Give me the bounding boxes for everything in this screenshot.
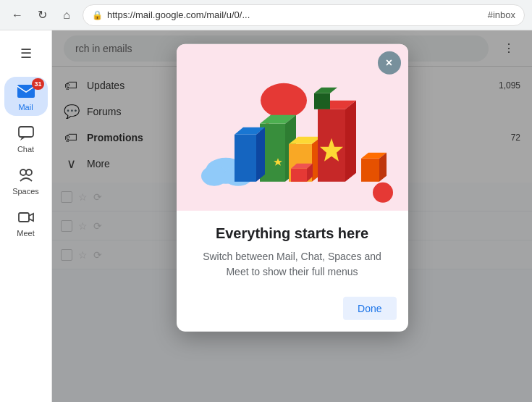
mail-icon-container: 31	[11, 81, 41, 101]
nav-icons: ← ↻ ⌂	[7, 5, 77, 25]
sidebar-item-meet[interactable]: Meet	[4, 203, 48, 242]
svg-rect-4	[19, 213, 29, 222]
chat-icon	[11, 123, 41, 143]
app-container: ☰ 31 Mail Chat	[0, 30, 532, 402]
sidebar-item-mail[interactable]: 31 Mail	[4, 77, 48, 116]
done-button[interactable]: Done	[343, 296, 396, 319]
svg-point-3	[26, 169, 32, 175]
meet-svg-icon	[17, 209, 35, 226]
sidebar-item-meet-label: Meet	[17, 229, 34, 238]
svg-rect-30	[314, 93, 330, 109]
modal-illustration	[177, 51, 408, 210]
svg-rect-0	[17, 85, 35, 98]
sidebar-item-mail-label: Mail	[18, 103, 33, 112]
svg-point-2	[20, 169, 26, 175]
spaces-svg-icon	[17, 167, 35, 184]
back-button[interactable]: ←	[7, 5, 28, 25]
svg-rect-24	[291, 168, 307, 181]
svg-marker-22	[345, 100, 356, 181]
svg-rect-14	[235, 134, 256, 181]
svg-rect-27	[361, 158, 379, 181]
mail-badge: 31	[32, 78, 43, 90]
modal-close-button[interactable]: ×	[378, 51, 401, 74]
home-button[interactable]: ⌂	[56, 5, 77, 25]
hamburger-icon: ☰	[20, 46, 32, 62]
modal-image-area: ×	[177, 43, 408, 210]
hamburger-menu[interactable]: ☰	[12, 39, 41, 68]
spaces-icon	[11, 165, 41, 185]
mail-icon	[17, 85, 35, 98]
main-content: rch in emails ⋮ 🏷 Updates 1,095 💬 Forums	[52, 30, 532, 402]
sidebar: ☰ 31 Mail Chat	[0, 30, 52, 402]
meet-icon	[11, 207, 41, 227]
url-text: https://mail.google.com/mail/u/0/...	[107, 9, 484, 20]
svg-point-9	[261, 83, 307, 117]
sidebar-item-spaces-label: Spaces	[12, 187, 39, 196]
sidebar-item-chat-label: Chat	[17, 145, 34, 154]
svg-point-32	[373, 182, 393, 202]
sidebar-item-spaces[interactable]: Spaces	[4, 161, 48, 200]
hash-text: #inbox	[488, 9, 515, 20]
refresh-button[interactable]: ↻	[32, 5, 52, 25]
address-bar[interactable]: 🔒 https://mail.google.com/mail/u/0/... #…	[83, 4, 525, 26]
svg-marker-16	[256, 127, 265, 181]
svg-rect-1	[19, 127, 33, 137]
sidebar-item-chat[interactable]: Chat	[4, 119, 48, 158]
modal-body: Everything starts here Switch between Ma…	[177, 210, 408, 290]
modal-title: Everything starts here	[194, 225, 391, 241]
modal-dialog: ×	[177, 43, 408, 331]
svg-point-7	[201, 165, 227, 185]
lock-icon: 🔒	[92, 10, 103, 20]
chat-svg-icon	[17, 125, 35, 142]
browser-chrome: ← ↻ ⌂ 🔒 https://mail.google.com/mail/u/0…	[0, 0, 532, 30]
modal-description: Switch between Mail, Chat, Spaces and Me…	[194, 248, 391, 279]
modal-footer: Done	[177, 290, 408, 331]
